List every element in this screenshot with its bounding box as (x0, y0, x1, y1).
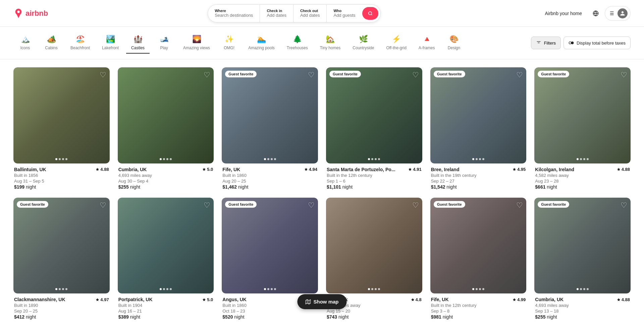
listing-subtitle: 4,693 miles away (118, 173, 213, 178)
listing-card[interactable]: Guest favorite ♡ Fife, UK 4.99 Built in … (430, 198, 527, 320)
language-button[interactable] (590, 8, 601, 19)
category-label-a_frames: A-frames (419, 46, 435, 50)
listing-subtitle: Built in 1904 (118, 303, 213, 308)
listing-info: Ballintuim, UK 4.88 Built in 1856 Aug 31… (13, 167, 110, 190)
dot-nav-item (65, 158, 67, 160)
checkout-section[interactable]: Check out Add dates (293, 5, 327, 22)
wishlist-button[interactable]: ♡ (412, 71, 419, 79)
category-item-tiny_homes[interactable]: 🏡 Tiny homes (315, 32, 345, 54)
wishlist-button[interactable]: ♡ (100, 201, 106, 210)
wishlist-button[interactable]: ♡ (204, 71, 210, 79)
dot-nav-item (479, 158, 481, 160)
category-icon-omg: ✨ (225, 35, 234, 44)
star-icon (408, 167, 412, 171)
category-item-icons[interactable]: 🏔️ Icons (13, 32, 37, 54)
category-icon-off_the_grid: ⚡ (392, 35, 401, 44)
listing-location: Fife, UK (222, 167, 240, 172)
checkin-section[interactable]: Check in Add dates (260, 5, 293, 22)
dot-nav-item (378, 158, 380, 160)
listing-title: Cumbria, UK 4.88 (535, 297, 630, 302)
star-icon (96, 298, 99, 301)
dot-nav-item (170, 158, 172, 160)
listing-price: $520 night (222, 314, 317, 320)
listing-price: $412 night (14, 314, 109, 320)
dot-nav-item (587, 288, 589, 290)
listing-card[interactable]: Guest favorite ♡ Cumbria, UK 4.88 4,693 … (534, 198, 631, 320)
dot-nav-item (482, 158, 484, 160)
category-item-amazing_views[interactable]: 🌄 Amazing views (178, 32, 215, 54)
dot-nav-item (476, 288, 478, 290)
wishlist-button[interactable]: ♡ (516, 201, 523, 210)
user-menu[interactable]: ☰ (605, 6, 631, 21)
wishlist-button[interactable]: ♡ (308, 201, 315, 210)
listing-card[interactable]: Guest favorite ♡ Kilcolgan, Ireland 4.88… (534, 67, 631, 190)
category-item-a_frames[interactable]: 🔺 A-frames (414, 32, 440, 54)
listing-title: Cumbria, UK 5.0 (118, 167, 213, 172)
category-label-beachfront: Beachfront (70, 46, 90, 50)
category-item-beachfront[interactable]: 🏖️ Beachfront (66, 32, 95, 54)
display-total-toggle[interactable]: Display total before taxes (564, 37, 631, 49)
category-item-play[interactable]: 🎿 Play (152, 32, 176, 54)
wishlist-button[interactable]: ♡ (621, 71, 627, 79)
listing-dates: Sep 1 – 6 (327, 179, 422, 184)
category-item-castles[interactable]: 🏰 Castles (126, 32, 150, 54)
guest-favorite-badge: Guest favorite (538, 71, 569, 77)
airbnb-your-home-link[interactable]: Airbnb your home (540, 7, 587, 19)
category-item-design[interactable]: 🎨 Design (442, 32, 466, 54)
star-icon (202, 298, 206, 301)
wishlist-button[interactable]: ♡ (308, 71, 315, 79)
search-button[interactable] (362, 7, 378, 20)
dot-nav-item (375, 288, 377, 290)
listing-card[interactable]: Guest favorite ♡ Fife, UK 4.94 Built in … (222, 67, 318, 190)
listing-location: Cumbria, UK (118, 167, 147, 172)
listing-card[interactable]: Guest favorite ♡ Clackmannanshire, UK 4.… (13, 198, 110, 320)
listing-card[interactable]: Guest favorite ♡ Bree, Ireland 4.95 Buil… (430, 67, 527, 190)
listing-image-bg (13, 198, 110, 294)
listing-rating: 4.88 (96, 167, 109, 172)
logo[interactable]: airbnb (13, 8, 48, 18)
wishlist-button[interactable]: ♡ (412, 201, 419, 210)
category-item-cabins[interactable]: 🏕️ Cabins (40, 32, 63, 54)
listing-image: Guest favorite ♡ (430, 67, 527, 163)
toggle-icon (569, 40, 574, 46)
category-item-lakefront[interactable]: 🏞️ Lakefront (97, 32, 123, 54)
listing-dates: Aug 31 – Sep 5 (14, 179, 109, 184)
show-map-button[interactable]: Show map (297, 294, 346, 309)
wishlist-button[interactable]: ♡ (204, 201, 210, 210)
wishlist-button[interactable]: ♡ (621, 201, 627, 210)
listing-info: Fife, UK 4.99 Built in the 12th century … (430, 297, 527, 320)
dot-nav-item (368, 288, 370, 290)
listing-card[interactable]: ♡ Ballintuim, UK 4.88 Built in 1856 Aug … (13, 67, 110, 190)
listing-image-bg (13, 67, 110, 163)
category-item-omg[interactable]: ✨ OMG! (217, 32, 241, 54)
dot-nav-item (583, 288, 585, 290)
dot-nav-item (583, 158, 585, 160)
listing-image-bg (326, 67, 422, 163)
category-label-amazing_pools: Amazing pools (248, 46, 275, 50)
who-section[interactable]: Who Add guests (327, 5, 362, 22)
category-icon-amazing_pools: 🏊 (257, 35, 266, 44)
listing-subtitle: Built in 1856 (14, 173, 109, 178)
wishlist-button[interactable]: ♡ (516, 71, 523, 79)
listing-card[interactable]: ♡ Portpatrick, UK 5.0 Built in 1904 Aug … (118, 198, 214, 320)
wishlist-button[interactable]: ♡ (100, 71, 106, 79)
category-item-amazing_pools[interactable]: 🏊 Amazing pools (244, 32, 279, 54)
category-item-countryside[interactable]: 🌿 Countryside (348, 32, 379, 54)
star-icon (96, 167, 99, 171)
image-dot-nav (472, 288, 484, 290)
category-icon-cabins: 🏕️ (47, 35, 56, 44)
where-section[interactable]: Where Search destinations (208, 5, 260, 22)
listing-title: Santa Marta de Portuzelo, Po... 4.91 (327, 167, 422, 172)
listing-image: Guest favorite ♡ (534, 67, 631, 163)
listing-subtitle: Built in 1890 (14, 303, 109, 308)
listing-card[interactable]: ♡ Cumbria, UK 5.0 4,693 miles away Aug 3… (118, 67, 214, 190)
listing-dates: Sep 3 – 8 (431, 309, 526, 314)
listing-card[interactable]: Guest favorite ♡ Santa Marta de Portuzel… (326, 67, 422, 190)
category-item-off_the_grid[interactable]: ⚡ Off-the-grid (381, 32, 411, 54)
filters-button[interactable]: Filters (531, 37, 561, 49)
category-item-treehouses[interactable]: 🌲 Treehouses (282, 32, 313, 54)
category-icon-castles: 🏰 (133, 35, 143, 44)
listing-location: Kilcolgan, Ireland (535, 167, 574, 172)
star-icon (411, 298, 415, 301)
listing-subtitle: Built in the 12th century (431, 303, 526, 308)
